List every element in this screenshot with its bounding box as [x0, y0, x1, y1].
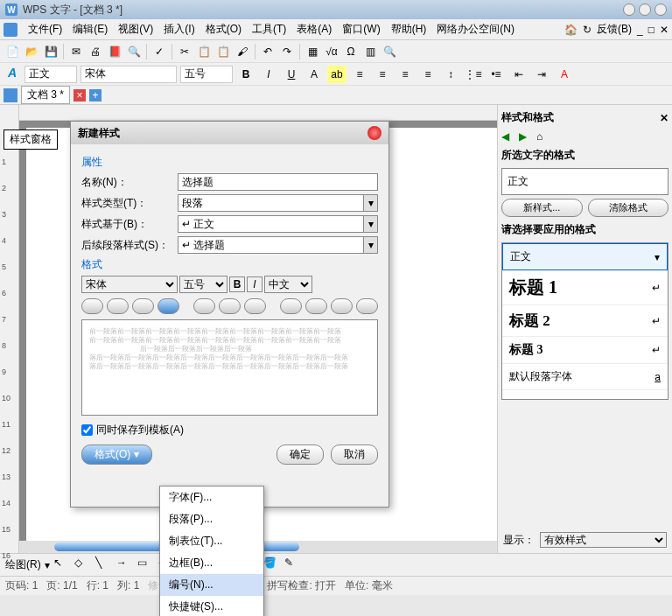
pdf-icon[interactable]: 📕 — [106, 43, 123, 60]
close-button[interactable] — [654, 4, 667, 16]
pointer-icon[interactable]: ↖ — [53, 556, 71, 574]
menu-window[interactable]: 窗口(W) — [337, 20, 385, 38]
print-icon[interactable]: 🖨 — [87, 43, 104, 60]
menu-item-font[interactable]: 字体(F)... — [160, 486, 263, 508]
rect-icon[interactable]: ▭ — [137, 556, 155, 574]
menu-help[interactable]: 帮助(H) — [386, 20, 432, 38]
numbering-icon[interactable]: ⋮≡ — [464, 66, 483, 83]
type-select[interactable] — [178, 194, 364, 212]
tab-add-icon[interactable]: + — [89, 89, 102, 102]
size-combo[interactable]: 五号 — [180, 66, 233, 83]
menu-view[interactable]: 视图(V) — [113, 20, 158, 38]
menu-item-tabs[interactable]: 制表位(T)... — [160, 530, 263, 552]
style-combo[interactable]: 正文 — [24, 66, 77, 83]
cancel-button[interactable]: 取消 — [331, 444, 378, 465]
new-style-button[interactable]: 新样式... — [501, 199, 583, 217]
columns-icon[interactable]: ▥ — [361, 43, 379, 60]
nav-fwd-icon[interactable]: ▶ — [519, 130, 531, 143]
feedback-link[interactable]: 反馈(B) — [597, 22, 632, 37]
mdi-minimize-icon[interactable]: _ — [637, 24, 643, 36]
clear-format-button[interactable]: 清除格式 — [588, 199, 669, 217]
italic-icon[interactable]: I — [259, 66, 278, 83]
menu-item-paragraph[interactable]: 段落(P)... — [160, 508, 263, 530]
dlg-lang-select[interactable]: 中文 — [264, 276, 312, 293]
maximize-button[interactable] — [639, 4, 651, 16]
follow-select[interactable] — [178, 236, 364, 254]
style-item-default-font[interactable]: 默认段落字体a — [502, 364, 668, 390]
font-effect-icon[interactable]: A — [304, 66, 324, 83]
chevron-down-icon[interactable]: ▾ — [364, 194, 378, 212]
menu-edit[interactable]: 编辑(E) — [67, 20, 113, 38]
menu-table[interactable]: 表格(A) — [291, 20, 337, 38]
refresh-icon[interactable]: ↻ — [583, 24, 592, 36]
indent-pill-2[interactable] — [305, 298, 327, 314]
menu-item-numbering[interactable]: 编号(N)... — [160, 574, 263, 596]
indent-pill-3[interactable] — [331, 298, 353, 314]
style-item-h1[interactable]: 标题 1↵ — [502, 270, 668, 305]
underline-icon[interactable]: U — [282, 66, 301, 83]
bullets-icon[interactable]: •≡ — [486, 66, 506, 83]
indent-pill-1[interactable] — [280, 298, 302, 314]
document-tab[interactable]: 文档 3 * — [21, 86, 70, 104]
symbol-icon[interactable]: Ω — [342, 43, 360, 60]
dlg-italic-icon[interactable]: I — [247, 276, 262, 292]
dlg-size-select[interactable]: 五号 — [179, 276, 228, 293]
chevron-down-icon[interactable]: ▾ — [364, 215, 378, 233]
spellcheck-icon[interactable]: ✓ — [150, 43, 168, 60]
nav-home-icon[interactable]: ⌂ — [536, 130, 549, 143]
chevron-down-icon[interactable]: ▾ — [654, 251, 660, 263]
ok-button[interactable]: 确定 — [276, 444, 324, 465]
bold-icon[interactable]: B — [236, 66, 256, 83]
nav-back-icon[interactable]: ◀ — [501, 130, 514, 143]
align-left-icon[interactable]: ≡ — [350, 66, 369, 83]
mdi-close-icon[interactable]: ✕ — [660, 24, 668, 36]
dialog-close-icon[interactable] — [368, 126, 382, 140]
spacing-pill-2[interactable] — [219, 298, 241, 314]
open-icon[interactable]: 📂 — [23, 43, 40, 60]
chevron-down-icon[interactable]: ▾ — [364, 236, 378, 254]
based-select[interactable] — [178, 215, 364, 233]
fillcolor-icon[interactable]: 🪣 — [263, 556, 281, 574]
new-icon[interactable]: 📄 — [4, 43, 21, 60]
preview-icon[interactable]: 🔍 — [125, 43, 143, 60]
menu-insert[interactable]: 插入(I) — [158, 20, 200, 38]
align-center-icon[interactable]: ≡ — [373, 66, 392, 83]
font-combo[interactable]: 宋体 — [80, 66, 177, 83]
dlg-bold-icon[interactable]: B — [229, 276, 245, 292]
minimize-button[interactable] — [623, 4, 635, 16]
menu-network[interactable]: 网络办公空间(N) — [431, 20, 520, 38]
name-input[interactable] — [178, 173, 378, 191]
paste-icon[interactable]: 📋 — [214, 43, 232, 60]
line-spacing-icon[interactable]: ↕ — [441, 66, 460, 83]
mdi-restore-icon[interactable]: □ — [648, 24, 654, 36]
indent-dec-icon[interactable]: ⇤ — [509, 66, 528, 83]
indent-pill-4[interactable] — [356, 298, 378, 314]
panel-close-icon[interactable]: ✕ — [660, 112, 668, 124]
font-color-icon[interactable]: A — [555, 66, 574, 83]
save-icon[interactable]: 💾 — [42, 43, 60, 60]
format-dropdown-button[interactable]: 格式(O) ▾ — [81, 444, 152, 465]
align-left-pill[interactable] — [81, 298, 103, 314]
align-justify-pill[interactable] — [158, 298, 179, 314]
spacing-pill-3[interactable] — [244, 298, 266, 314]
redo-icon[interactable]: ↷ — [278, 43, 296, 60]
align-justify-icon[interactable]: ≡ — [418, 66, 438, 83]
spacing-pill-1[interactable] — [193, 298, 215, 314]
show-select[interactable]: 有效样式 — [540, 532, 667, 548]
autoshapes-icon[interactable]: ◇ — [74, 556, 92, 574]
copy-icon[interactable]: 📋 — [195, 43, 213, 60]
style-list[interactable]: 正文▾ 标题 1↵ 标题 2↵ 标题 3↵ 默认段落字体a — [501, 242, 668, 400]
home-icon[interactable]: 🏠 — [564, 24, 578, 36]
styles-icon[interactable]: A — [4, 66, 21, 83]
style-item-h3[interactable]: 标题 3↵ — [502, 337, 668, 364]
style-item-body[interactable]: 正文▾ — [502, 243, 668, 270]
formula-icon[interactable]: √α — [323, 43, 340, 60]
save-template-checkbox[interactable] — [81, 424, 93, 436]
menu-tools[interactable]: 工具(T) — [247, 20, 291, 38]
dlg-font-select[interactable]: 宋体 — [81, 276, 178, 293]
menu-item-shortcut[interactable]: 快捷键(S)... — [160, 596, 263, 616]
undo-icon[interactable]: ↶ — [259, 43, 276, 60]
mail-icon[interactable]: ✉ — [67, 43, 85, 60]
align-center-pill[interactable] — [107, 298, 129, 314]
highlight-icon[interactable]: ab — [327, 66, 346, 83]
